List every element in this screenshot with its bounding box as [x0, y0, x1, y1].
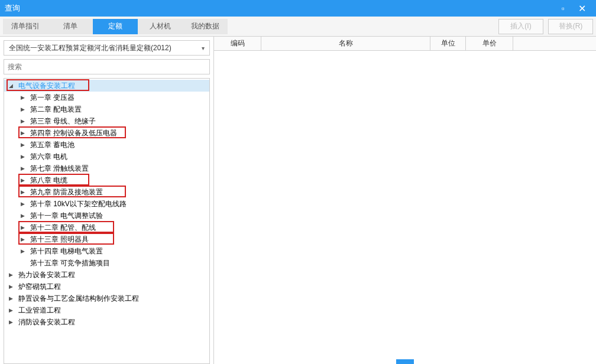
- tree[interactable]: ◢电气设备安装工程▶第一章 变压器▶第二章 配电装置▶第三章 母线、绝缘子▶第四…: [4, 78, 210, 364]
- tree-item[interactable]: ▶第十三章 照明器具: [4, 233, 209, 245]
- tree-item[interactable]: ▶炉窑砌筑工程: [4, 281, 209, 292]
- right-pane: 编码 名称 单位 单价: [214, 37, 596, 364]
- main: 全国统一安装工程预算定额河北省消耗量定额(2012) ▾ ◢电气设备安装工程▶第…: [0, 37, 596, 364]
- tree-item[interactable]: ▶第七章 滑触线装置: [4, 162, 209, 174]
- tree-item-label: 第十三章 照明器具: [30, 235, 89, 245]
- tree-item[interactable]: ▶第十一章 电气调整试验: [4, 210, 209, 222]
- arrow-right-icon[interactable]: ▶: [21, 165, 28, 171]
- arrow-right-icon[interactable]: ▶: [9, 307, 16, 313]
- arrow-right-icon[interactable]: ▶: [21, 106, 28, 112]
- titlebar: 查询 ▫ ✕: [0, 0, 596, 17]
- arrow-right-icon[interactable]: ▶: [21, 213, 28, 219]
- tree-item-label: 静置设备与工艺金属结构制作安装工程: [18, 294, 139, 304]
- tree-item-label: 第九章 防雷及接地装置: [30, 187, 103, 197]
- search-input-wrap[interactable]: [4, 59, 210, 74]
- arrow-right-icon[interactable]: ▶: [21, 142, 28, 148]
- tree-item[interactable]: ▶静置设备与工艺金属结构制作安装工程: [4, 292, 209, 304]
- tree-item-label: 第六章 电机: [30, 152, 67, 162]
- tree-item-label: 第一章 变压器: [30, 93, 74, 103]
- arrow-right-icon[interactable]: ▶: [21, 201, 28, 207]
- tree-item[interactable]: ▶第十二章 配管、配线: [4, 222, 209, 233]
- tree-item-label: 第十章 10kV以下架空配电线路: [30, 199, 127, 209]
- arrow-right-icon[interactable]: ▶: [9, 272, 16, 278]
- tree-item-label: 消防设备安装工程: [18, 317, 75, 327]
- left-pane: 全国统一安装工程预算定额河北省消耗量定额(2012) ▾ ◢电气设备安装工程▶第…: [0, 37, 214, 364]
- tree-item[interactable]: ▶工业管道工程: [4, 304, 209, 316]
- tree-item-label: 第三章 母线、绝缘子: [30, 116, 96, 126]
- arrow-right-icon[interactable]: ▶: [21, 225, 28, 230]
- tree-item[interactable]: ◢电气设备安装工程: [4, 80, 209, 92]
- grid-body: [214, 51, 596, 364]
- tab-0[interactable]: 清单指引: [3, 19, 48, 34]
- tree-item-label: 工业管道工程: [18, 306, 61, 316]
- replace-button[interactable]: 替换(R): [548, 19, 593, 34]
- arrow-right-icon[interactable]: ▶: [21, 236, 28, 242]
- expand-handle-icon[interactable]: [396, 359, 414, 364]
- tree-item[interactable]: ▶热力设备安装工程: [4, 269, 209, 281]
- tree-item[interactable]: ▶消防设备安装工程: [4, 316, 209, 328]
- tab-4[interactable]: 我的数据: [183, 19, 228, 34]
- tree-item[interactable]: ▶第四章 控制设备及低压电器: [4, 127, 209, 139]
- tree-item[interactable]: ▶第九章 防雷及接地装置: [4, 186, 209, 198]
- arrow-right-icon[interactable]: ▶: [21, 95, 28, 100]
- dropdown-value: 全国统一安装工程预算定额河北省消耗量定额(2012): [9, 43, 202, 53]
- col-unit[interactable]: 单位: [430, 37, 466, 50]
- tree-item[interactable]: ▶第一章 变压器: [4, 92, 209, 103]
- arrow-right-icon[interactable]: ▶: [21, 248, 28, 254]
- tree-item[interactable]: ▶第六章 电机: [4, 151, 209, 162]
- tab-2[interactable]: 定额: [93, 19, 138, 34]
- close-icon[interactable]: ✕: [572, 3, 591, 14]
- arrow-right-icon[interactable]: ▶: [9, 284, 16, 290]
- window-title: 查询: [5, 3, 553, 14]
- tree-item-label: 第七章 滑触线装置: [30, 164, 89, 174]
- col-empty: [513, 37, 596, 50]
- arrow-right-icon[interactable]: ▶: [21, 154, 28, 160]
- arrow-down-icon[interactable]: ◢: [9, 83, 16, 89]
- chevron-down-icon: ▾: [202, 45, 205, 51]
- tree-item-label: 第四章 控制设备及低压电器: [30, 128, 117, 138]
- col-code[interactable]: 编码: [214, 37, 261, 50]
- arrow-right-icon[interactable]: ▶: [21, 130, 28, 136]
- quota-dropdown[interactable]: 全国统一安装工程预算定额河北省消耗量定额(2012) ▾: [4, 40, 210, 56]
- insert-button[interactable]: 插入(I): [498, 19, 543, 34]
- tree-item-label: 炉窑砌筑工程: [18, 282, 61, 292]
- tree-item-label: 热力设备安装工程: [18, 270, 75, 280]
- tree-item[interactable]: ▶第十四章 电梯电气装置: [4, 245, 209, 257]
- arrow-right-icon[interactable]: ▶: [9, 295, 16, 301]
- tree-item-label: 第八章 电缆: [30, 176, 67, 186]
- search-input[interactable]: [8, 63, 206, 71]
- tree-item-label: 第十二章 配管、配线: [30, 223, 96, 233]
- tree-item[interactable]: ▶第三章 母线、绝缘子: [4, 115, 209, 127]
- tree-item-label: 电气设备安装工程: [18, 81, 75, 91]
- tab-3[interactable]: 人材机: [138, 19, 183, 34]
- tree-item[interactable]: ▶第二章 配电装置: [4, 103, 209, 115]
- tree-item[interactable]: ▶第八章 电缆: [4, 174, 209, 186]
- minimize-icon[interactable]: ▫: [553, 4, 572, 13]
- tree-item-label: 第十一章 电气调整试验: [30, 211, 103, 221]
- col-price[interactable]: 单价: [466, 37, 513, 50]
- tree-item[interactable]: 第十五章 可竞争措施项目: [4, 257, 209, 269]
- tree-item-label: 第十五章 可竞争措施项目: [30, 258, 110, 268]
- tabs: 清单指引清单定额人材机我的数据: [3, 19, 228, 34]
- arrow-right-icon[interactable]: ▶: [21, 177, 28, 183]
- tree-item-label: 第五章 蓄电池: [30, 140, 74, 150]
- tree-item[interactable]: ▶第五章 蓄电池: [4, 139, 209, 151]
- tree-item-label: 第二章 配电装置: [30, 105, 82, 115]
- tree-item-label: 第十四章 电梯电气装置: [30, 246, 103, 256]
- tab-1[interactable]: 清单: [48, 19, 93, 34]
- arrow-right-icon[interactable]: ▶: [21, 189, 28, 195]
- tree-item[interactable]: ▶第十章 10kV以下架空配电线路: [4, 198, 209, 210]
- grid-header: 编码 名称 单位 单价: [214, 37, 596, 51]
- arrow-right-icon[interactable]: ▶: [21, 118, 28, 124]
- col-name[interactable]: 名称: [261, 37, 430, 50]
- toolbar: 清单指引清单定额人材机我的数据 插入(I) 替换(R): [0, 17, 596, 37]
- arrow-right-icon[interactable]: ▶: [9, 319, 16, 325]
